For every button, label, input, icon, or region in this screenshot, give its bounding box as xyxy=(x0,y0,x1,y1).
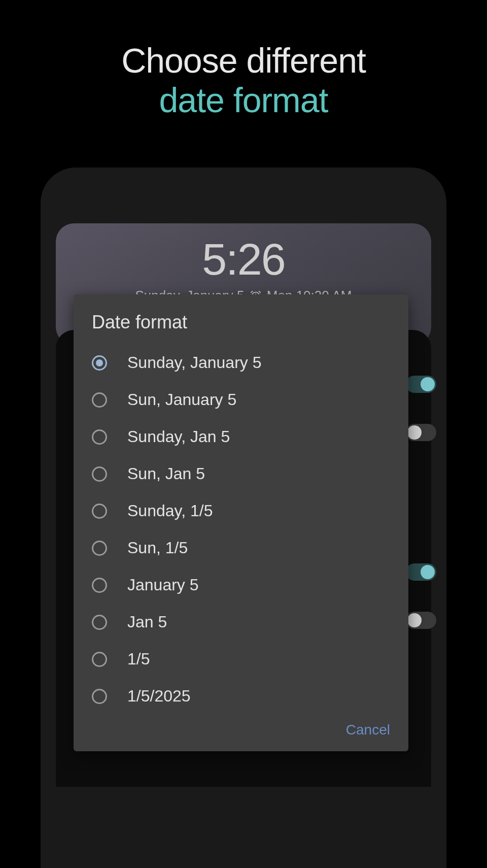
date-format-option[interactable]: January 5 xyxy=(74,566,408,604)
radio-icon xyxy=(92,355,107,371)
dialog-actions: Cancel xyxy=(74,715,408,741)
date-format-option[interactable]: Sun, Jan 5 xyxy=(74,455,408,492)
date-format-option[interactable]: Sunday, January 5 xyxy=(74,344,408,381)
option-label: Sun, 1/5 xyxy=(127,539,188,557)
option-label: Sun, Jan 5 xyxy=(127,464,205,483)
date-format-option[interactable]: 1/5 xyxy=(74,641,408,678)
option-label: Sunday, January 5 xyxy=(127,353,261,372)
setting-toggle[interactable] xyxy=(406,376,436,393)
option-label: Sunday, 1/5 xyxy=(127,502,213,520)
radio-icon xyxy=(92,392,107,408)
date-format-option[interactable]: Sun, 1/5 xyxy=(74,529,408,566)
radio-icon xyxy=(92,578,107,593)
radio-icon xyxy=(92,652,107,667)
date-format-option[interactable]: Sunday, Jan 5 xyxy=(74,418,408,455)
option-label: 1/5 xyxy=(127,650,150,669)
cancel-button[interactable]: Cancel xyxy=(346,722,390,738)
date-format-option[interactable]: Sunday, 1/5 xyxy=(74,492,408,529)
setting-toggle[interactable] xyxy=(406,563,436,581)
preview-time: 5:26 xyxy=(56,223,431,285)
option-label: Sunday, Jan 5 xyxy=(127,427,230,446)
setting-toggle[interactable] xyxy=(406,424,436,441)
radio-icon xyxy=(92,615,107,630)
date-format-option[interactable]: Sun, January 5 xyxy=(74,381,408,418)
headline-line1: Choose different xyxy=(121,41,366,80)
setting-toggle[interactable] xyxy=(406,612,436,629)
option-label: 1/5/2025 xyxy=(127,687,191,706)
option-label: Sun, January 5 xyxy=(127,390,236,409)
promo-headline: Choose different date format xyxy=(0,0,487,120)
device-frame: 5:26 Sunday, January 5 Mon 10:30 AM Date… xyxy=(41,168,446,868)
option-label: Jan 5 xyxy=(127,613,167,631)
option-label: January 5 xyxy=(127,576,199,594)
headline-line2: date format xyxy=(159,81,328,119)
radio-icon xyxy=(92,429,107,445)
date-format-option[interactable]: 1/5/2025 xyxy=(74,678,408,715)
radio-icon xyxy=(92,689,107,704)
date-format-option[interactable]: Jan 5 xyxy=(74,604,408,641)
radio-icon xyxy=(92,504,107,519)
date-format-dialog: Date format Sunday, January 5Sun, Januar… xyxy=(74,294,408,751)
radio-icon xyxy=(92,466,107,482)
radio-icon xyxy=(92,541,107,556)
dialog-title: Date format xyxy=(74,294,408,344)
